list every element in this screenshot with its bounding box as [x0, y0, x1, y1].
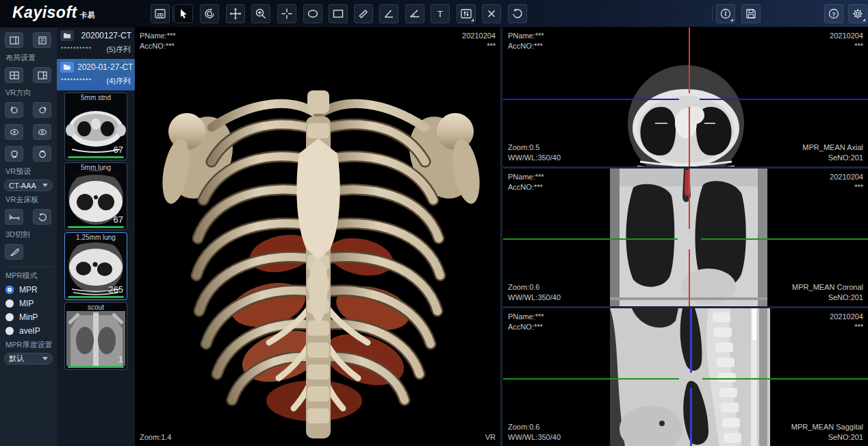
measure-length-button[interactable] — [354, 4, 373, 23]
study-item[interactable]: 20200127-CT ********** (5)序列 — [57, 27, 135, 59]
layout-settings-label: 布局设置 — [5, 53, 53, 63]
mpr-mode: MPR_MEAN Axial — [802, 143, 863, 153]
axial-crosshair-v-red[interactable] — [689, 107, 690, 166]
coronal-crosshair-h-green[interactable] — [503, 238, 678, 240]
pname: PName:*** — [508, 172, 544, 182]
vr-rotate-left-button[interactable] — [5, 102, 23, 118]
help-button[interactable]: ? — [824, 4, 843, 23]
vr-top-view-button[interactable] — [5, 146, 23, 162]
series-number: SeNO:201 — [792, 293, 863, 303]
cobb-angle-button[interactable] — [405, 4, 424, 23]
layout-2d-button[interactable]: 2D — [151, 4, 170, 23]
coronal-zoom-overlay: Zoom:0.6 WW/WL:350/40 — [508, 282, 561, 303]
mpr-mode-option-minp[interactable]: MinP — [5, 312, 51, 322]
axial-crosshair-h-blue[interactable] — [700, 99, 868, 100]
pan-icon — [229, 8, 242, 20]
radio-label: MPR — [19, 285, 38, 295]
vr-back-view-button[interactable] — [33, 124, 51, 140]
mpr-mode-option-aveip[interactable]: aveIP — [5, 326, 51, 336]
scalpel-tool-button[interactable] — [5, 244, 23, 260]
series-thumbnail[interactable]: 5mm stnd 67 — [64, 92, 127, 160]
radio-label: MinP — [19, 312, 38, 322]
mpr-thickness-value: 默认 — [9, 354, 24, 364]
rotate-3d-button[interactable] — [200, 4, 219, 23]
mpr-thickness-select[interactable]: 默认 — [4, 353, 53, 364]
crosshair-tool-button[interactable] — [277, 4, 296, 23]
radio-selected-icon — [5, 286, 14, 294]
thumbnail-image-count: 1 — [118, 354, 123, 364]
study-item-selected[interactable]: 2020-01-27-CT ********** (4)序列 — [57, 59, 135, 90]
layout-1x1-info-button[interactable] — [5, 32, 23, 48]
toolbar-divider — [712, 5, 713, 22]
folder-open-icon[interactable] — [60, 62, 74, 73]
toolbar-divider — [173, 5, 173, 22]
study-series-count: (5)序列 — [107, 45, 131, 55]
bed-reset-button[interactable] — [33, 209, 51, 225]
report-button[interactable] — [716, 4, 735, 23]
coronal-crosshair-v-red[interactable] — [689, 169, 690, 229]
brand-tagline: 卡易 — [80, 10, 95, 21]
ellipse-icon — [307, 8, 319, 20]
vr-preset-select[interactable]: CT-AAA — [4, 179, 53, 191]
reset-view-button[interactable] — [508, 4, 527, 23]
accno: AccNO:*** — [508, 322, 544, 332]
series-number: SeNO:201 — [791, 432, 863, 443]
cobb-angle-icon — [409, 8, 421, 20]
series-thumbnail[interactable]: scout 1 — [64, 302, 127, 370]
layout-report-button[interactable] — [33, 32, 51, 48]
vr-front-view-button[interactable] — [5, 124, 23, 140]
vr-rotate-right-button[interactable] — [33, 102, 51, 118]
settings-button[interactable] — [848, 4, 867, 23]
viewport-mpr-coronal[interactable]: PName:*** AccNO:*** 20210204 *** Zoom:0.… — [503, 169, 868, 306]
viewport-vr[interactable]: PName:*** AccNO:*** 20210204 *** Zoom:1.… — [135, 27, 502, 446]
zoom-tool-button[interactable] — [251, 4, 270, 23]
svg-text:?: ? — [832, 11, 836, 18]
cursor-tool-button[interactable] — [174, 4, 193, 23]
zoom-level: Zoom:0.6 — [508, 282, 561, 293]
scalpel-icon — [10, 247, 19, 257]
close-icon — [486, 8, 497, 19]
sagittal-crosshair-v-blue[interactable] — [690, 308, 692, 373]
text-annotation-button[interactable]: T — [431, 4, 450, 23]
sagittal-crosshair-h-green[interactable] — [702, 378, 868, 380]
mpr-mode-option-mpr[interactable]: MPR — [5, 285, 51, 295]
layout-2x2-icon — [10, 71, 19, 79]
thumbnail-label: scout — [65, 303, 127, 311]
layout-1plus2-button[interactable] — [33, 67, 51, 83]
rectangle-icon — [332, 8, 344, 20]
viewport-mpr-axial[interactable]: PName:*** AccNO:*** 20210204 *** Zoom:0.… — [503, 27, 868, 166]
delete-annotation-button[interactable] — [482, 4, 501, 23]
remove-bed-button[interactable] — [5, 209, 23, 225]
study-date: 20210204 — [830, 312, 863, 322]
measure-angle-button[interactable] — [379, 4, 398, 23]
series-thumbnail[interactable]: 5mm lung 67 — [64, 162, 127, 230]
window-level: WW/WL:350/40 — [508, 293, 561, 303]
coronal-crosshair-v-red[interactable] — [689, 249, 690, 306]
axial-crosshair-v-red[interactable] — [689, 27, 690, 93]
accno: AccNO:*** — [508, 41, 544, 51]
axial-crosshair-h-blue[interactable] — [503, 99, 679, 100]
vr-bottom-view-button[interactable] — [33, 146, 51, 162]
layout-2x2-button[interactable] — [5, 67, 23, 83]
series-thumbnail-selected[interactable]: 1.25mm lung 265 — [64, 232, 127, 300]
viewport-mpr-sagittal[interactable]: PName:*** AccNO:*** 20210204 *** Zoom:0.… — [503, 308, 868, 446]
sagittal-zoom-overlay: Zoom:0.6 WW/WL:350/40 — [508, 422, 561, 443]
reset-icon — [38, 212, 47, 222]
save-button[interactable] — [741, 4, 761, 23]
thumbnail-progress-bar — [68, 226, 124, 228]
sagittal-crosshair-h-green[interactable] — [503, 378, 679, 380]
sagittal-crosshair-v-blue[interactable] — [690, 388, 692, 446]
pname: PName:*** — [508, 31, 544, 41]
window-level-button[interactable] — [457, 4, 476, 23]
layout-2d-icon: 2D — [154, 8, 166, 20]
dropdown-corner — [863, 18, 865, 21]
folder-icon[interactable] — [60, 30, 74, 41]
masked: *** — [830, 41, 863, 51]
coronal-crosshair-h-green[interactable] — [701, 238, 868, 240]
study-series-count: (4)序列 — [107, 76, 131, 86]
rectangle-tool-button[interactable] — [329, 4, 348, 23]
mpr-mode-option-mip[interactable]: MIP — [5, 299, 51, 308]
thumbnail-image-count: 265 — [108, 284, 123, 295]
pan-tool-button[interactable] — [226, 4, 245, 23]
ellipse-tool-button[interactable] — [303, 4, 322, 23]
